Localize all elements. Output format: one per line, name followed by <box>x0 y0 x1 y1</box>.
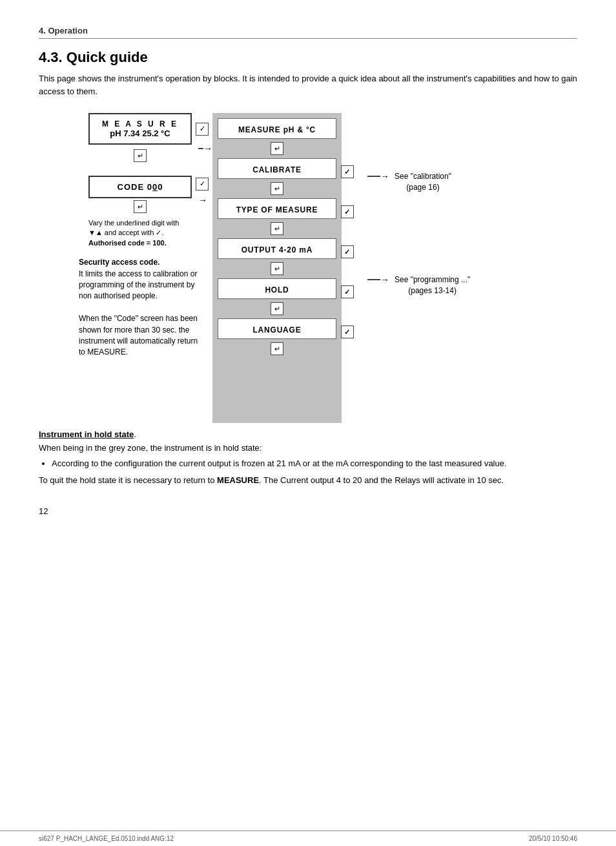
language-menu-item: LANGUAGE ✓ <box>218 318 336 339</box>
intro-text: This page shows the instrument's operati… <box>39 72 577 98</box>
hold-menu-item: HOLD ✓ <box>218 278 336 299</box>
calibrate-note-text: See "calibration"(page 16) <box>395 171 451 193</box>
footer-right: 20/5/10 10:50:46 <box>529 835 577 842</box>
measure-return-btn[interactable]: ↵ <box>134 149 147 162</box>
note-spacer-type <box>367 216 471 268</box>
measure-menu-return: ↵ <box>218 140 336 158</box>
chapter-heading: 4.3. Quick guide <box>39 49 577 66</box>
type-measure-return-row: ↵ <box>218 220 336 238</box>
hold-section: Instrument in hold state. When being in … <box>39 429 577 487</box>
type-measure-return-btn[interactable]: ↵ <box>271 222 283 235</box>
diagram-wrapper: M E A S U R E pH 7.34 25.2 °C ✓ ↵ CODE 0… <box>82 113 534 423</box>
measure-label: M E A S U R E <box>99 119 181 129</box>
output-menu-item: OUTPUT 4-20 mA ✓ <box>218 238 336 259</box>
menu-language: LANGUAGE ✓ ↵ <box>218 318 336 358</box>
output-return-row: ↵ <box>218 260 336 278</box>
code-return-btn[interactable]: ↵ <box>134 200 147 213</box>
security-title: Security access code. <box>79 258 159 267</box>
note-calibrate: → See "calibration"(page 16) <box>367 165 471 216</box>
diag-left-col: M E A S U R E pH 7.34 25.2 °C ✓ ↵ CODE 0… <box>82 113 198 423</box>
language-check-btn[interactable]: ✓ <box>341 325 354 338</box>
diag-right-notes: → See "calibration"(page 16) → See "prog… <box>342 113 471 423</box>
measure-check-btn[interactable]: ✓ <box>196 123 209 136</box>
output-note-text: See "programming ..."(pages 13-14) <box>395 274 470 296</box>
calibrate-menu-item: CALIBRATE ✓ <box>218 158 336 179</box>
type-measure-menu-item: TYPE OF MEASURE ✓ <box>218 198 336 219</box>
diag-center-col: MEASURE pH & °C ↵ CALIBRATE ✓ ↵ <box>212 113 342 423</box>
calibrate-return-btn[interactable]: ↵ <box>271 182 283 195</box>
measure-menu-return-btn[interactable]: ↵ <box>271 142 283 155</box>
type-measure-check-btn[interactable]: ✓ <box>341 205 354 218</box>
hold-return-row: ↵ <box>218 300 336 318</box>
output-check-btn[interactable]: ✓ <box>341 245 354 258</box>
calibrate-return-row: ↵ <box>218 180 336 198</box>
note-output: → See "programming ..."(pages 13-14) <box>367 268 471 320</box>
note-spacer-hold <box>367 320 471 371</box>
left-arrows-col: → → <box>198 113 212 423</box>
measure-display-box: M E A S U R E pH 7.34 25.2 °C <box>88 113 192 145</box>
note-spacer-measure <box>367 113 471 165</box>
calibrate-check-btn[interactable]: ✓ <box>341 165 354 178</box>
page-footer: si627 P_HACH_LANGE_Ed.0510.indd ANG:12 2… <box>0 831 616 846</box>
language-return-btn[interactable]: ↵ <box>271 342 283 355</box>
code-label: CODE 000 <box>99 182 181 192</box>
menu-hold: HOLD ✓ ↵ <box>218 278 336 318</box>
hold-footer-text: To quit the hold state it is necessary t… <box>39 474 577 487</box>
language-return-row: ↵ <box>218 340 336 358</box>
security-note: Security access code. It limits the acce… <box>79 257 201 358</box>
security-body2: When the "Code" screen has been shown fo… <box>79 314 198 356</box>
footer-left: si627 P_HACH_LANGE_Ed.0510.indd ANG:12 <box>39 835 174 842</box>
security-body1: It limits the access to calibration or p… <box>79 269 197 301</box>
hold-body: When being in the grey zone, the instrum… <box>39 442 577 487</box>
measure-return-row: ↵ <box>88 147 192 165</box>
note-spacer-language <box>367 371 471 423</box>
page-number: 12 <box>39 506 577 516</box>
hold-title: Instrument in hold state. <box>39 429 577 439</box>
code-return-row: ↵ <box>88 198 192 216</box>
hold-bullet: According to the configuration the curre… <box>52 457 577 470</box>
code-underline-digit: 0 <box>152 182 158 192</box>
output-return-btn[interactable]: ↵ <box>271 262 283 275</box>
menu-calibrate: CALIBRATE ✓ ↵ <box>218 158 336 198</box>
menu-measure: MEASURE pH & °C ↵ <box>218 118 336 158</box>
hold-return-btn[interactable]: ↵ <box>271 302 283 315</box>
measure-menu-item: MEASURE pH & °C <box>218 118 336 139</box>
code-vary-text: Vary the underlined digit with ▼▲ and ac… <box>88 218 192 248</box>
code-check-btn[interactable]: ✓ <box>196 178 209 191</box>
hold-check-btn[interactable]: ✓ <box>341 285 354 298</box>
menu-output: OUTPUT 4-20 mA ✓ ↵ <box>218 238 336 278</box>
measure-value: pH 7.34 25.2 °C <box>99 129 181 138</box>
arrow-to-measure: → <box>198 134 212 163</box>
section-title: 4. Operation <box>39 26 577 39</box>
menu-type-measure: TYPE OF MEASURE ✓ ↵ <box>218 198 336 238</box>
code-display-box: CODE 000 <box>88 176 192 198</box>
